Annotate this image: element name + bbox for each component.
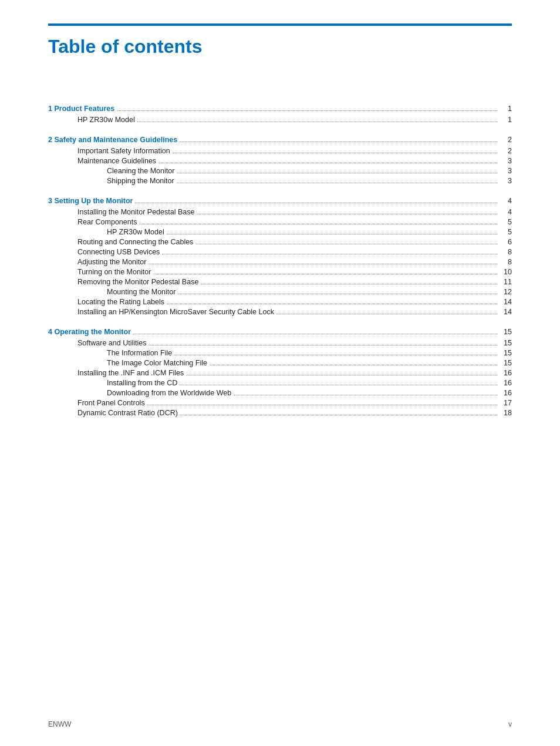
toc-chapter-page: 4 xyxy=(500,197,512,205)
title-section: Table of contents xyxy=(48,23,512,58)
toc-entry-page: 17 xyxy=(500,399,512,407)
toc-chapter-title: 4 Operating the Monitor xyxy=(48,328,131,336)
toc-entry-title: Installing an HP/Kensington MicroSaver S… xyxy=(77,308,274,316)
toc-entry-title: Routing and Connecting the Cables xyxy=(77,238,193,246)
toc-entry-title: Dynamic Contrast Ratio (DCR) xyxy=(77,409,178,417)
toc-chapter: 2 Safety and Maintenance Guidelines2Impo… xyxy=(48,136,512,185)
toc-dots xyxy=(137,122,498,122)
toc-dots xyxy=(167,234,498,234)
toc-entry: Adjusting the Monitor8 xyxy=(48,258,512,266)
toc-entry-title: Installing from the CD xyxy=(107,379,177,387)
toc-chapter-title: 2 Safety and Maintenance Guidelines xyxy=(48,136,177,144)
toc-entry-title: Installing the Monitor Pedestal Base xyxy=(77,208,194,216)
toc-chapter: 1 Product Features1HP ZR30w Model1 xyxy=(48,105,512,124)
toc-chapter-entry: 3 Setting Up the Monitor4 xyxy=(48,197,512,205)
toc-dots xyxy=(158,163,498,163)
toc-entry-page: 4 xyxy=(500,208,512,216)
toc-entry-page: 6 xyxy=(500,238,512,246)
toc-entry: Software and Utilities15 xyxy=(48,339,512,347)
toc-chapter: 4 Operating the Monitor15Software and Ut… xyxy=(48,328,512,417)
toc-chapter-entry: 4 Operating the Monitor15 xyxy=(48,328,512,336)
toc-entry: The Information File15 xyxy=(48,349,512,357)
toc-dots xyxy=(162,254,498,254)
toc-dots xyxy=(178,294,498,294)
toc-entry-page: 3 xyxy=(500,167,512,175)
toc-entry-title: HP ZR30w Model xyxy=(77,116,135,124)
toc-entry-page: 3 xyxy=(500,157,512,165)
toc-entry-title: Locating the Rating Labels xyxy=(77,298,164,306)
toc-entry-title: Turning on the Monitor xyxy=(77,268,151,276)
toc-entry: Front Panel Controls17 xyxy=(48,399,512,407)
footer: ENWW v xyxy=(48,720,512,728)
toc-dots xyxy=(139,224,498,224)
toc-entry-page: 2 xyxy=(500,147,512,155)
toc-entry: Installing from the CD16 xyxy=(48,379,512,387)
toc-chapter: 3 Setting Up the Monitor4Installing the … xyxy=(48,197,512,316)
toc-entry: Turning on the Monitor10 xyxy=(48,268,512,276)
toc-dots xyxy=(234,395,498,395)
toc-chapter-title: 3 Setting Up the Monitor xyxy=(48,197,133,205)
toc-entry-title: Front Panel Controls xyxy=(77,399,145,407)
toc-entry-title: Rear Components xyxy=(77,218,137,226)
footer-right: v xyxy=(508,720,512,728)
toc-entry: Shipping the Monitor3 xyxy=(48,177,512,185)
footer-left: ENWW xyxy=(48,720,71,728)
toc-dots xyxy=(153,274,498,274)
toc-dots xyxy=(177,183,498,183)
toc-dots xyxy=(147,405,498,405)
toc-entry: Locating the Rating Labels14 xyxy=(48,298,512,306)
toc-entry-title: Installing the .INF and .ICM Files xyxy=(77,369,184,377)
toc-chapter-page: 2 xyxy=(500,136,512,144)
toc-dots xyxy=(149,264,498,264)
toc-entry-page: 8 xyxy=(500,258,512,266)
toc-chapter-title: 1 Product Features xyxy=(48,105,114,113)
toc-chapter-page: 15 xyxy=(500,328,512,336)
toc-entry: Installing an HP/Kensington MicroSaver S… xyxy=(48,308,512,316)
toc-dots xyxy=(195,244,498,244)
toc-entry-page: 15 xyxy=(500,339,512,347)
toc-entry: HP ZR30w Model5 xyxy=(48,228,512,236)
toc-entry-page: 18 xyxy=(500,409,512,417)
toc-dots xyxy=(117,110,498,111)
toc-dots xyxy=(180,142,498,142)
page-container: Table of contents 1 Product Features1HP … xyxy=(0,0,560,746)
toc-entry-page: 15 xyxy=(500,359,512,367)
toc-dots xyxy=(197,214,498,214)
toc-entry: Cleaning the Monitor3 xyxy=(48,167,512,175)
toc-entry-page: 12 xyxy=(500,288,512,296)
toc-entry-page: 10 xyxy=(500,268,512,276)
toc-entry: Important Safety Information2 xyxy=(48,147,512,155)
toc-dots xyxy=(186,375,498,375)
toc-entry: HP ZR30w Model1 xyxy=(48,116,512,124)
toc-entry-title: Removing the Monitor Pedestal Base xyxy=(77,278,198,286)
toc-dots xyxy=(177,173,498,173)
toc-entry: Mounting the Monitor12 xyxy=(48,288,512,296)
toc-entry: Installing the .INF and .ICM Files16 xyxy=(48,369,512,377)
toc-dots xyxy=(167,304,498,304)
toc-entry-title: Mounting the Monitor xyxy=(107,288,176,296)
toc-entry-title: HP ZR30w Model xyxy=(107,228,164,236)
toc-dots xyxy=(276,314,498,314)
toc-chapter-entry: 1 Product Features1 xyxy=(48,105,512,113)
toc-entry-page: 3 xyxy=(500,177,512,185)
toc-content: 1 Product Features1HP ZR30w Model12 Safe… xyxy=(48,105,512,417)
toc-entry-page: 5 xyxy=(500,218,512,226)
toc-dots xyxy=(180,385,498,385)
toc-entry-page: 15 xyxy=(500,349,512,357)
toc-entry: The Image Color Matching File15 xyxy=(48,359,512,367)
toc-dots xyxy=(133,334,498,334)
toc-dots xyxy=(149,345,498,345)
toc-entry-title: Maintenance Guidelines xyxy=(77,157,156,165)
toc-entry-title: The Information File xyxy=(107,349,172,357)
toc-entry: Routing and Connecting the Cables6 xyxy=(48,238,512,246)
toc-entry-page: 16 xyxy=(500,379,512,387)
toc-chapter-entry: 2 Safety and Maintenance Guidelines2 xyxy=(48,136,512,144)
toc-entry: Removing the Monitor Pedestal Base11 xyxy=(48,278,512,286)
toc-entry-page: 1 xyxy=(500,116,512,124)
toc-entry-title: Important Safety Information xyxy=(77,147,170,155)
toc-entry-title: The Image Color Matching File xyxy=(107,359,207,367)
toc-entry-title: Software and Utilities xyxy=(77,339,146,347)
toc-entry: Downloading from the Worldwide Web16 xyxy=(48,389,512,397)
toc-entry-title: Shipping the Monitor xyxy=(107,177,174,185)
toc-entry-page: 16 xyxy=(500,369,512,377)
